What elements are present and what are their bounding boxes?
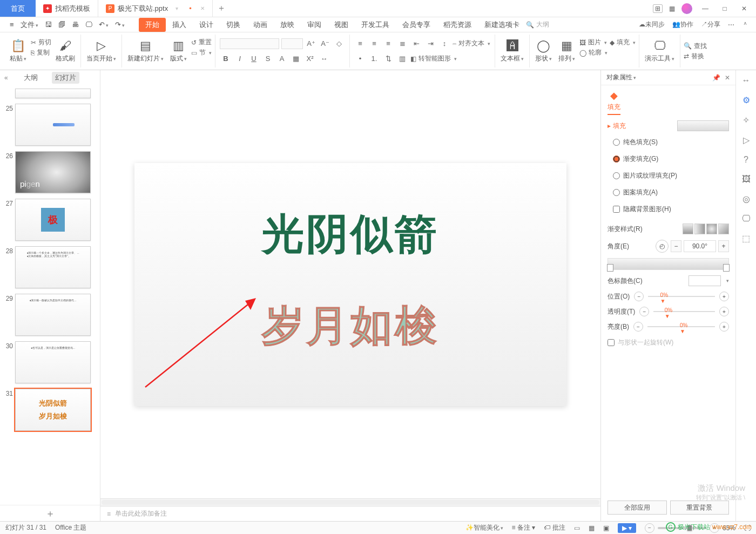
decrease-font-icon[interactable]: A⁻ — [319, 38, 331, 50]
italic-icon[interactable]: I — [234, 53, 246, 65]
grid-apps-icon[interactable]: ▦ — [669, 5, 675, 12]
font-size-input[interactable] — [281, 38, 303, 49]
slide-text-1[interactable]: 光阴似箭 — [262, 206, 439, 263]
file-menu[interactable]: 文件▾ — [18, 20, 40, 30]
apply-all-button[interactable]: 全部应用 — [608, 501, 667, 515]
menu-design[interactable]: 设计 — [193, 18, 220, 32]
smart-shape-button[interactable]: ◧转智能图形▾ — [410, 54, 457, 63]
menu-member[interactable]: 会员专享 — [396, 18, 437, 32]
radio-picture-fill[interactable]: 图片或纹理填充(P) — [608, 170, 729, 181]
sync-status[interactable]: ☁未同步 — [639, 20, 665, 29]
menu-expand-icon[interactable]: ＾ — [742, 20, 748, 29]
text-effects-icon[interactable]: X² — [304, 53, 316, 65]
shape-button[interactable]: ◯形状▾ — [533, 38, 554, 64]
line-spacing-icon[interactable]: ↕ — [438, 38, 450, 50]
angle-value[interactable]: 90.0° — [684, 240, 716, 252]
character-spacing-icon[interactable]: ↔ — [318, 53, 330, 65]
thumb-25[interactable] — [15, 104, 91, 146]
menu-view[interactable]: 视图 — [328, 18, 355, 32]
font-name-input[interactable] — [220, 38, 279, 49]
gradient-stops-slider[interactable]: ▮ ▮ — [608, 258, 729, 270]
tab-close-icon[interactable]: ✕ — [200, 5, 205, 11]
indent-inc-icon[interactable]: ⇥ — [424, 38, 436, 50]
bullets-icon[interactable]: • — [354, 53, 366, 65]
thumb-26[interactable]: pigen — [15, 151, 91, 193]
transparency-decrease[interactable]: − — [639, 307, 649, 316]
radio-gradient-fill[interactable]: 渐变填充(G) — [608, 153, 729, 165]
radio-pattern-fill[interactable]: 图案填充(A) — [608, 187, 729, 198]
radio-solid-fill[interactable]: 纯色填充(S) — [608, 137, 729, 148]
format-painter-button[interactable]: 🖌格式刷 — [53, 38, 77, 64]
rotate-with-shape-checkbox[interactable]: 与形状一起旋转(W) — [608, 337, 729, 348]
tab-add-button[interactable]: ＋ — [213, 0, 230, 17]
highlight-icon[interactable]: ▦ — [290, 53, 302, 65]
columns-icon[interactable]: ▥ — [396, 53, 408, 65]
view-reading-icon[interactable]: ▣ — [603, 524, 609, 532]
align-left-icon[interactable]: ≡ — [354, 38, 366, 50]
thumb-partial[interactable] — [15, 89, 91, 98]
sidetool-select-icon[interactable]: ↔ — [742, 76, 751, 85]
canvas-viewport[interactable]: 光阴似箭 岁月如梭 — [100, 70, 600, 498]
slides-tab[interactable]: 幻灯片 — [52, 72, 79, 84]
angle-dial-icon[interactable]: ◴ — [656, 240, 669, 253]
notes-toggle[interactable]: ≡ 备注 ▾ — [512, 523, 536, 532]
menu-search[interactable]: 🔍 大纲 — [526, 20, 549, 29]
layout-switch-icon[interactable]: ⊞ — [653, 4, 663, 13]
slide[interactable]: 光阴似箭 岁月如梭 — [134, 163, 566, 406]
qa-undo-icon[interactable]: ↶▾ — [97, 21, 111, 29]
horizontal-scrollbar[interactable] — [100, 498, 600, 506]
font-color-icon[interactable]: A — [276, 53, 288, 65]
sidetool-play-icon[interactable]: ▷ — [743, 135, 750, 145]
tab-templates[interactable]: ✦ 找稻壳模板 — [36, 0, 98, 17]
reset-background-button[interactable]: 重置背景 — [670, 501, 730, 515]
menu-transition[interactable]: 切换 — [220, 18, 247, 32]
tab-document[interactable]: P 极光下载站.pptx ▾ • ✕ — [98, 0, 213, 17]
sidetool-cube-icon[interactable]: ⬚ — [742, 233, 750, 244]
align-center-icon[interactable]: ≡ — [368, 38, 380, 50]
sidetool-star-icon[interactable]: ✧ — [742, 115, 750, 125]
menu-resources[interactable]: 稻壳资源 — [437, 18, 478, 32]
thumbnails-list[interactable]: 25 26pigen 27极 28●演示稿一个多文本，通过作为演示文章、...●… — [0, 85, 100, 505]
smart-beautify-button[interactable]: ✨智能美化▾ — [465, 523, 503, 532]
underline-icon[interactable]: U — [248, 53, 260, 65]
textbox-button[interactable]: 🅰文本框▾ — [498, 38, 526, 64]
brightness-slider[interactable]: 0%▼ — [647, 322, 715, 331]
thumb-30[interactable]: ●也可以是，演示是让你重叠视觉与... — [15, 341, 91, 383]
qa-save-icon[interactable]: 🖫 — [43, 21, 54, 29]
section-button[interactable]: ▭节▾ — [191, 48, 212, 57]
thumb-29[interactable]: ●演示稿一般被认为是软件文档的替代... — [15, 294, 91, 336]
sidetool-target-icon[interactable]: ◎ — [742, 194, 750, 204]
fill-preview[interactable] — [677, 120, 729, 131]
menu-hamburger-icon[interactable]: ≡ — [8, 21, 16, 29]
menu-animation[interactable]: 动画 — [247, 18, 274, 32]
bold-icon[interactable]: B — [220, 53, 232, 65]
paste-button[interactable]: 📋粘贴▾ — [8, 38, 29, 64]
outline-tab[interactable]: 大纲 — [21, 72, 41, 84]
sidetool-image-icon[interactable]: 🖼 — [742, 174, 751, 184]
props-pin-icon[interactable]: 📌 — [712, 74, 720, 82]
qa-preview-icon[interactable]: 🖵 — [83, 21, 94, 29]
view-normal-icon[interactable]: ▭ — [574, 524, 580, 532]
increase-font-icon[interactable]: A⁺ — [305, 38, 317, 50]
checkbox-hide-bg[interactable]: 隐藏背景图形(H) — [608, 204, 729, 215]
from-current-button[interactable]: ▷当页开始▾ — [84, 38, 118, 64]
thumb-27[interactable]: 极 — [15, 199, 91, 241]
comments-toggle[interactable]: 🏷 批注 — [544, 523, 565, 532]
share-button[interactable]: ↗分享 — [701, 20, 720, 29]
menu-newtab[interactable]: 新建选项卡 — [478, 18, 526, 32]
gradient-stop-left[interactable] — [607, 264, 613, 272]
position-increase[interactable]: + — [719, 292, 729, 301]
fill-category-icon[interactable]: ◆ — [610, 90, 618, 102]
gradient-stop-right[interactable] — [723, 264, 730, 272]
sidetool-settings-icon[interactable]: ⚙ — [742, 95, 750, 105]
window-maximize-button[interactable]: □ — [718, 5, 731, 12]
text-direction-icon[interactable]: ⇅ — [382, 53, 394, 65]
menu-review[interactable]: 审阅 — [301, 18, 328, 32]
menu-more-icon[interactable]: ⋯ — [728, 21, 734, 29]
image-button[interactable]: 🖼图片▾ — [579, 38, 608, 47]
reset-button[interactable]: ↺重置 — [191, 38, 212, 47]
avatar[interactable] — [681, 3, 692, 14]
notes-bar[interactable]: ≡ 单击此处添加备注 — [100, 506, 600, 521]
menu-insert[interactable]: 插入 — [166, 18, 193, 32]
arrange-button[interactable]: ▦排列▾ — [556, 38, 577, 64]
